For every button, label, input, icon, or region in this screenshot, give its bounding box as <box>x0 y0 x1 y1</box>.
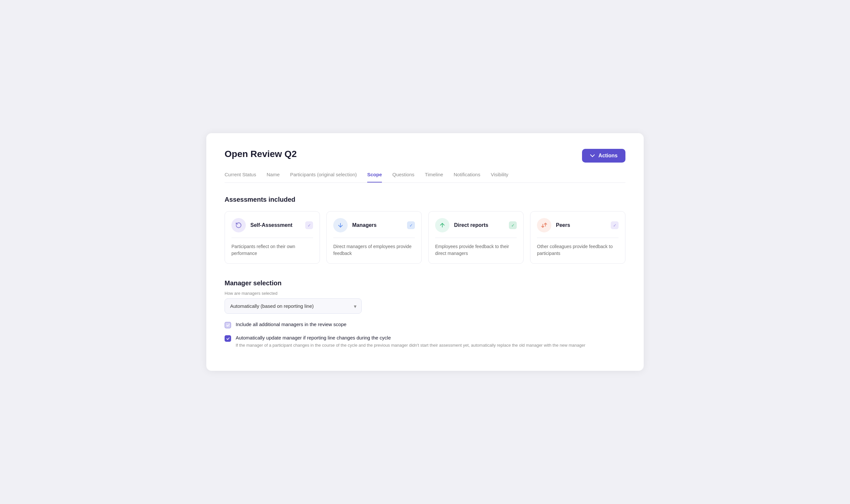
main-card: Open Review Q2 Actions Current StatusNam… <box>206 133 644 371</box>
assessment-check-direct-reports: ✓ <box>509 221 517 229</box>
assessments-title: Assessments included <box>224 196 626 203</box>
assessments-grid: Self-Assessment ✓ Participants reflect o… <box>224 211 626 264</box>
self-assessment-icon <box>232 218 246 232</box>
assessment-check-self-assessment: ✓ <box>305 221 313 229</box>
checkbox-desc-auto-update-manager: If the manager of a participant changes … <box>236 342 585 348</box>
checkboxes-container: Include all additional managers in the r… <box>224 322 626 348</box>
actions-button[interactable]: Actions <box>582 149 626 163</box>
manager-select-wrapper: Automatically (based on reporting line)M… <box>224 298 362 314</box>
tab-current-status[interactable]: Current Status <box>224 172 256 182</box>
assessment-icon-label: Direct reports <box>435 218 488 232</box>
assessment-name-self-assessment: Self-Assessment <box>250 222 292 228</box>
assessment-check-peers: ✓ <box>611 221 618 229</box>
card-divider <box>232 238 313 238</box>
tab-visibility[interactable]: Visibility <box>491 172 508 182</box>
card-divider <box>333 238 415 238</box>
tab-participants[interactable]: Participants (original selection) <box>290 172 357 182</box>
assessments-section: Assessments included Self-Assessment ✓ P… <box>224 196 626 264</box>
assessment-name-managers: Managers <box>352 222 377 228</box>
checkbox-label-auto-update-manager: Automatically update manager if reportin… <box>236 335 391 340</box>
assessment-desc-self-assessment: Participants reflect on their own perfor… <box>232 243 313 257</box>
nav-tabs: Current StatusNameParticipants (original… <box>224 172 626 183</box>
assessment-desc-direct-reports: Employees provide feedback to their dire… <box>435 243 517 257</box>
assessment-name-peers: Peers <box>556 222 570 228</box>
card-divider <box>537 238 618 238</box>
tab-timeline[interactable]: Timeline <box>425 172 443 182</box>
assessment-icon-label: Peers <box>537 218 570 232</box>
assessment-desc-managers: Direct managers of employees provide fee… <box>333 243 415 257</box>
managers-icon <box>333 218 348 232</box>
page-header: Open Review Q2 Actions <box>224 149 626 163</box>
checkbox-label-group-auto-update-manager: Automatically update manager if reportin… <box>236 335 585 348</box>
chevron-down-icon <box>590 153 595 158</box>
manager-selection-section: Manager selection How are managers selec… <box>224 280 626 348</box>
assessment-card-peers: Peers ✓ Other colleagues provide feedbac… <box>530 211 626 264</box>
assessment-card-direct-reports: Direct reports ✓ Employees provide feedb… <box>428 211 524 264</box>
checkbox-label-include-additional: Include all additional managers in the r… <box>236 322 346 327</box>
direct-reports-icon <box>435 218 450 232</box>
field-label: How are managers selected <box>224 291 626 296</box>
checkbox-auto-update-manager[interactable] <box>224 335 231 342</box>
assessment-name-direct-reports: Direct reports <box>454 222 488 228</box>
assessment-header: Peers ✓ <box>537 218 618 232</box>
checkbox-row-include-additional: Include all additional managers in the r… <box>224 322 626 328</box>
manager-selection-title: Manager selection <box>224 280 626 287</box>
tab-questions[interactable]: Questions <box>392 172 415 182</box>
assessment-header: Direct reports ✓ <box>435 218 517 232</box>
assessment-check-managers: ✓ <box>407 221 415 229</box>
assessment-desc-peers: Other colleagues provide feedback to par… <box>537 243 618 257</box>
assessment-card-self-assessment: Self-Assessment ✓ Participants reflect o… <box>224 211 320 264</box>
manager-select[interactable]: Automatically (based on reporting line)M… <box>224 298 362 314</box>
tab-notifications[interactable]: Notifications <box>454 172 481 182</box>
checkbox-label-group-include-additional: Include all additional managers in the r… <box>236 322 346 327</box>
tab-name[interactable]: Name <box>267 172 280 182</box>
assessment-card-managers: Managers ✓ Direct managers of employees … <box>326 211 422 264</box>
assessment-icon-label: Managers <box>333 218 377 232</box>
card-divider <box>435 238 517 238</box>
checkbox-row-auto-update-manager: Automatically update manager if reportin… <box>224 335 626 348</box>
assessment-header: Self-Assessment ✓ <box>232 218 313 232</box>
page-title: Open Review Q2 <box>224 149 297 159</box>
checkbox-include-additional[interactable] <box>224 322 231 328</box>
assessment-header: Managers ✓ <box>333 218 415 232</box>
peers-icon <box>537 218 551 232</box>
tab-scope[interactable]: Scope <box>367 172 382 182</box>
assessment-icon-label: Self-Assessment <box>232 218 292 232</box>
